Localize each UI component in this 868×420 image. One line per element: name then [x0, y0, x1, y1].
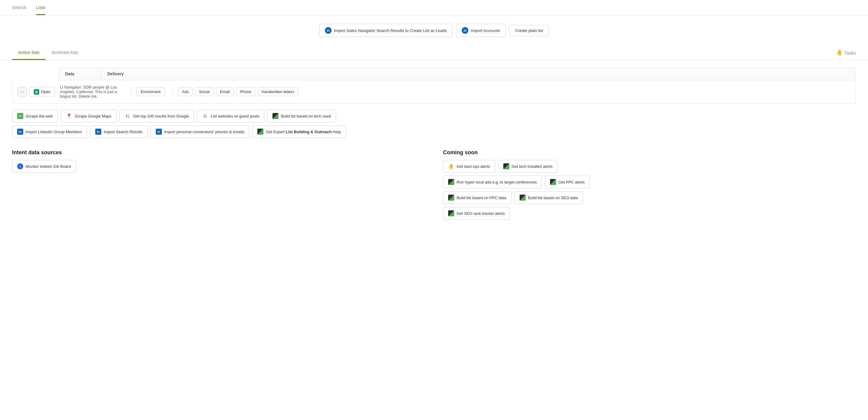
- nav-tab-search[interactable]: Search: [12, 5, 27, 15]
- action-grid-row1: W Scrape the web 📍 Scrape Google Maps G …: [12, 110, 856, 122]
- scrape-maps-label: Scrape Google Maps: [74, 114, 111, 119]
- linkedin-icon-3: in: [17, 129, 23, 135]
- ppc-icon: [448, 179, 454, 185]
- ppc-icon-3: [520, 195, 526, 201]
- delivery-phone-button[interactable]: Phone: [236, 87, 255, 96]
- col-header-delivery: Delivery: [101, 68, 856, 80]
- ppc-icon-2: [448, 195, 454, 201]
- delivery-email-button[interactable]: Email: [216, 87, 234, 96]
- import-accounts-button[interactable]: in Import Accounts: [456, 24, 506, 37]
- tech-icon-2: [503, 163, 509, 169]
- hyper-local-ads-button[interactable]: Run hyper local ads e.g. to target confe…: [443, 176, 542, 188]
- coming-soon-row-1: 🤚 Get start-ups alerts Get tech installe…: [443, 160, 856, 173]
- startups-alerts-label: Get start-ups alerts: [457, 164, 490, 169]
- scrape-maps-button[interactable]: 📍 Scrape Google Maps: [61, 110, 116, 122]
- delivery-social-button[interactable]: Social: [195, 87, 213, 96]
- linkedin-group-label: Import LinkedIn Group Members: [26, 130, 82, 134]
- tasks-button[interactable]: 🤚 Tasks: [836, 50, 856, 56]
- import-search-label: Import Search Results: [104, 130, 143, 134]
- seo-rank-alerts-button[interactable]: Get SEO rank tracker alerts: [443, 207, 510, 220]
- nav-tab-lists[interactable]: Lists: [36, 5, 45, 15]
- expert-icon: [257, 129, 264, 135]
- main-content: Data Delivery ··· ▦ Open LI Navigator: S…: [0, 60, 868, 227]
- coming-soon-section: Coming soon 🤚 Get start-ups alerts Get t…: [443, 141, 856, 220]
- linkedin-icon-4: in: [95, 129, 101, 135]
- import-accounts-label: Import Accounts: [471, 28, 500, 33]
- tab-archived-lists[interactable]: Archived lists: [45, 45, 84, 60]
- tech-installed-alerts-button[interactable]: Get tech installed alerts: [498, 160, 558, 173]
- monitor-indeed-button[interactable]: i Monitor Indeed Job Board: [12, 160, 76, 173]
- guest-posts-button[interactable]: G List websites w/ guest posts: [197, 110, 264, 122]
- intent-heading: Intent data sources: [12, 150, 425, 156]
- tech-used-label: Build list based on tech used: [281, 114, 331, 119]
- dots-icon: ···: [20, 89, 24, 95]
- google-top100-label: Get top-100 results from Google: [133, 114, 189, 119]
- seo-data-button[interactable]: Build list based on SEO data: [515, 191, 583, 204]
- linkedin-icon-2: in: [462, 27, 468, 34]
- google-icon-2: G: [202, 113, 208, 119]
- list-delivery-col: Ads Social Email Phone Handwritten lette…: [178, 87, 851, 96]
- ppc-icon-4: [448, 210, 454, 216]
- web-icon: W: [17, 113, 23, 119]
- coming-soon-row-2: Run hyper local ads e.g. to target confe…: [443, 176, 856, 188]
- tech-icon-3: [550, 179, 556, 185]
- ppc-alerts-label: Get PPC alerts: [558, 180, 585, 184]
- action-row: in Import Sales Navigator Search Results…: [0, 15, 868, 45]
- dots-menu-button[interactable]: ···: [17, 87, 27, 97]
- col-header-data: Data: [59, 68, 101, 80]
- ppc-data-label: Build list based on PPC data: [457, 196, 506, 200]
- open-label: Open: [41, 90, 51, 94]
- guest-posts-label: List websites w/ guest posts: [211, 114, 259, 119]
- tech-installed-alerts-label: Get tech installed alerts: [512, 164, 553, 169]
- indeed-icon: i: [17, 163, 23, 169]
- google-top100-button[interactable]: G Get top-100 results from Google: [119, 110, 194, 122]
- hyper-local-ads-label: Run hyper local ads e.g. to target confe…: [457, 180, 537, 184]
- tech-icon: [273, 113, 278, 119]
- startup-icon: 🤚: [448, 164, 454, 169]
- scrape-web-label: Scrape the web: [26, 114, 53, 119]
- monitor-indeed-label: Monitor Indeed Job Board: [26, 164, 71, 169]
- seo-data-label: Build list based on SEO data: [528, 196, 578, 200]
- top-nav: Search Lists: [0, 0, 868, 15]
- linkedin-icon-5: in: [156, 129, 162, 135]
- expert-bold: List Building & Outreach: [286, 130, 332, 134]
- expert-help-label: Get Expert List Building & Outreach Help: [266, 130, 341, 134]
- seo-rank-alerts-label: Get SEO rank tracker alerts: [457, 211, 505, 216]
- open-button[interactable]: ▦ Open: [29, 87, 55, 97]
- enrichment-button[interactable]: Enrichment: [136, 87, 165, 96]
- delivery-letters-button[interactable]: Handwritten letters: [258, 87, 298, 96]
- import-search-button[interactable]: in Import Search Results: [90, 125, 148, 138]
- linkedin-group-button[interactable]: in Import LinkedIn Group Members: [12, 125, 87, 138]
- tab-active-lists[interactable]: Active lists: [12, 45, 45, 60]
- tasks-label: Tasks: [844, 50, 856, 56]
- maps-icon: 📍: [66, 113, 72, 119]
- table-header: Data Delivery: [59, 67, 856, 80]
- list-data-col: Enrichment: [131, 87, 173, 96]
- tech-used-button[interactable]: Build list based on tech used: [267, 110, 336, 122]
- google-icon: G: [124, 113, 130, 119]
- scrape-web-button[interactable]: W Scrape the web: [12, 110, 58, 122]
- startups-alerts-button[interactable]: 🤚 Get start-ups alerts: [443, 160, 495, 173]
- ppc-data-button[interactable]: Build list based on PPC data: [443, 191, 512, 204]
- expert-help-button[interactable]: Get Expert List Building & Outreach Help: [252, 125, 346, 138]
- two-col-section: Intent data sources i Monitor Indeed Job…: [12, 141, 856, 220]
- table-row: ··· ▦ Open LI Navigator: SDR people @ Lo…: [12, 80, 856, 104]
- list-description: LI Navigator: SDR people @ Los Angeles, …: [60, 85, 126, 99]
- coming-soon-heading: Coming soon: [443, 150, 856, 156]
- sheets-icon: ▦: [34, 89, 39, 95]
- delivery-ads-button[interactable]: Ads: [178, 87, 193, 96]
- list-actions: ··· ▦ Open: [17, 87, 55, 97]
- action-grid-row2: in Import LinkedIn Group Members in Impo…: [12, 125, 856, 138]
- intent-section: Intent data sources i Monitor Indeed Job…: [12, 141, 425, 220]
- import-sales-nav-button[interactable]: in Import Sales Navigator Search Results…: [319, 24, 453, 37]
- ppc-alerts-button[interactable]: Get PPC alerts: [545, 176, 590, 188]
- create-plain-list-button[interactable]: Create plain list: [509, 25, 549, 36]
- personal-connections-button[interactable]: in Import personal connections' phones &…: [151, 125, 250, 138]
- lists-tabs: Active lists Archived lists: [12, 45, 84, 60]
- coming-soon-grid: 🤚 Get start-ups alerts Get tech installe…: [443, 160, 856, 220]
- tasks-icon: 🤚: [836, 50, 843, 56]
- bottom-actions: W Scrape the web 📍 Scrape Google Maps G …: [12, 110, 856, 138]
- coming-soon-row-4: Get SEO rank tracker alerts: [443, 207, 856, 220]
- personal-connections-label: Import personal connections' phones & em…: [164, 130, 244, 134]
- import-sales-nav-label: Import Sales Navigator Search Results to…: [334, 28, 447, 33]
